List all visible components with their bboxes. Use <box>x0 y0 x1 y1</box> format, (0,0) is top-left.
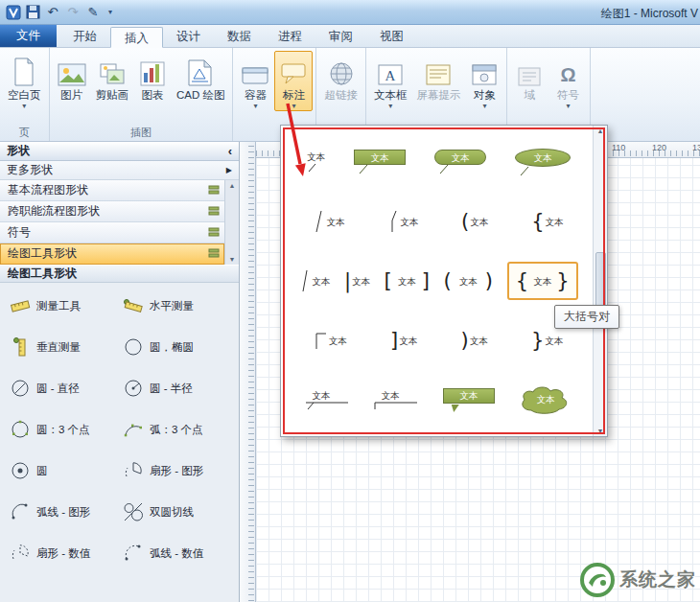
watermark-logo-icon <box>579 562 616 598</box>
shapes-panel-title: 形状 <box>7 143 30 159</box>
shape-circle-diameter[interactable]: 圆 - 直径 <box>10 377 123 400</box>
gallery-item-bracket-underline-callout[interactable]: 文本 <box>373 390 419 410</box>
ruler-label: 130 <box>692 143 700 152</box>
blank-page-button[interactable]: 空白页 ▾ <box>3 51 46 111</box>
gallery-item-line-callout[interactable]: 文本 <box>299 268 330 293</box>
tab-review[interactable]: 审阅 <box>315 26 366 47</box>
hyperlink-globe-icon <box>329 54 354 88</box>
tab-process[interactable]: 进程 <box>265 26 315 47</box>
shape-circle[interactable]: 圆 <box>10 459 123 482</box>
gallery-item-slash-callout[interactable]: 文本 <box>314 209 344 234</box>
more-shapes-button[interactable]: 更多形状 ▶ <box>0 161 239 180</box>
gallery-item-bracket-pair-callout[interactable]: [ 文本 ] <box>385 270 430 291</box>
scrollbar-thumb[interactable] <box>595 252 606 310</box>
gallery-item-vbar-callout[interactable]: | 文本 <box>344 270 370 291</box>
tab-data[interactable]: 数据 <box>214 26 265 47</box>
stencil-item-symbols[interactable]: 符号 <box>0 222 224 243</box>
scroll-down-icon[interactable]: ▼ <box>597 428 604 434</box>
leader-line-icon <box>519 167 532 176</box>
leader-line-icon <box>299 268 311 293</box>
gallery-item-underline-callout[interactable]: 文本 <box>304 390 350 410</box>
hyperlink-button[interactable]: 超链接 <box>319 51 362 103</box>
pen-button[interactable]: ✎ <box>85 5 101 20</box>
ruler-label: 110 <box>612 143 625 152</box>
tab-file[interactable]: 文件 <box>0 24 57 47</box>
leader-line-icon <box>373 401 419 410</box>
visio-window: ↶ ↷ ✎ ▾ 绘图1 - Microsoft V 文件 开始 插入 设计 数据… <box>0 0 700 602</box>
shape-double-circle-tangent[interactable]: 双圆切线 <box>123 500 237 523</box>
shape-circle-3-points[interactable]: 圆：3 个点 <box>10 418 123 441</box>
shape-arc-value[interactable]: 弧线 - 数值 <box>123 542 237 565</box>
qat-menu-button[interactable]: ▾ <box>105 5 115 20</box>
callout-button[interactable]: 标注 ▾ <box>274 51 313 111</box>
stencil-list: 基本流程图形状 跨职能流程图形状 符号 绘图工具形状 ▲ ▼ <box>0 180 239 265</box>
leader-line-icon <box>315 328 328 353</box>
shape-circle-ellipse[interactable]: 圆，椭圆 <box>123 336 237 359</box>
quick-access-toolbar: ↶ ↷ ✎ ▾ <box>6 5 115 20</box>
caret-down-icon: ▾ <box>292 102 295 110</box>
omega-icon: Ω <box>560 54 575 88</box>
tab-design[interactable]: 设计 <box>163 26 214 47</box>
close-paren-icon: ) <box>485 270 493 291</box>
stencil-scrollbar[interactable]: ▲ ▼ <box>224 180 239 265</box>
textbox-button[interactable]: A 文本框 ▾ <box>369 51 412 111</box>
gallery-item-brace-pair-callout[interactable]: { 文本 } <box>507 262 578 300</box>
redo-button[interactable]: ↷ <box>65 5 81 20</box>
callout-gallery-popup: 文本 文本 文本 文本 文本 <box>280 125 608 437</box>
stencil-item-crossfunctional[interactable]: 跨职能流程图形状 <box>0 201 224 222</box>
caret-down-icon: ▾ <box>482 102 486 110</box>
undo-button[interactable]: ↶ <box>45 5 60 20</box>
tab-home[interactable]: 开始 <box>59 26 110 47</box>
container-button[interactable]: 容器 ▾ <box>236 51 274 111</box>
shape-sector-graphic[interactable]: 扇形 - 图形 <box>123 459 237 482</box>
shape-horizontal-measure[interactable]: 水平测量 <box>123 294 237 317</box>
picture-button[interactable]: 图片 <box>53 51 91 103</box>
scroll-up-icon[interactable]: ▲ <box>229 182 236 189</box>
gallery-item-cloud-callout[interactable]: 文本 <box>518 384 573 415</box>
gallery-item-open-brace-callout[interactable]: { 文本 <box>531 211 563 232</box>
screentip-button[interactable]: 屏幕提示 <box>411 51 465 103</box>
tab-insert[interactable]: 插入 <box>110 27 163 48</box>
scroll-down-icon[interactable]: ▼ <box>229 256 236 263</box>
cad-drawing-button[interactable]: CAD 绘图 <box>172 51 229 103</box>
gallery-item-ellipse-callout[interactable]: 文本 <box>515 149 571 176</box>
shape-measure-tool[interactable]: 测量工具 <box>10 294 123 317</box>
stencil-item-basic-flowchart[interactable]: 基本流程图形状 <box>0 180 224 201</box>
gallery-item-text-callout[interactable]: 文本 <box>307 151 325 174</box>
gallery-item-close-bracket-callout[interactable]: ] 文本 <box>390 330 417 351</box>
shape-arc-3-points[interactable]: 弧：3 个点 <box>123 418 237 441</box>
field-button[interactable]: 域 <box>510 51 548 103</box>
gallery-item-close-paren-callout[interactable]: ) 文本 <box>460 330 487 351</box>
close-brace-icon: } <box>556 270 569 291</box>
arc-value-icon <box>123 543 144 564</box>
app-icon[interactable] <box>6 5 21 20</box>
tab-view[interactable]: 视图 <box>366 26 417 47</box>
measure-tool-icon <box>10 295 31 316</box>
shape-vertical-measure[interactable]: 垂直测量 <box>10 336 123 359</box>
save-button[interactable] <box>26 5 40 19</box>
gallery-item-speech-bubble-callout[interactable]: 文本 <box>443 388 495 412</box>
close-bracket-icon: ] <box>422 270 430 291</box>
gallery-item-rect-callout[interactable]: 文本 <box>354 150 406 174</box>
gallery-item-corner-line-callout[interactable]: 文本 <box>315 328 347 353</box>
leader-line-icon <box>304 401 350 410</box>
chart-button[interactable]: 图表 <box>133 51 172 103</box>
screentip-icon <box>426 54 451 88</box>
collapse-panel-button[interactable]: ‹ <box>228 145 232 157</box>
object-button[interactable]: 对象 ▾ <box>465 51 503 111</box>
gallery-item-rounded-rect-callout[interactable]: 文本 <box>434 150 486 174</box>
gallery-scrollbar[interactable]: ▲ ▼ <box>593 126 607 436</box>
stencil-icon <box>208 184 220 198</box>
shape-sector-value[interactable]: 扇形 - 数值 <box>10 542 123 565</box>
shape-arc-graphic[interactable]: 弧线 - 图形 <box>10 500 123 523</box>
gallery-item-close-brace-callout[interactable]: } 文本 <box>531 330 563 351</box>
gallery-item-bent-line-callout[interactable]: 文本 <box>387 209 418 234</box>
object-icon <box>472 54 497 88</box>
gallery-item-paren-pair-callout[interactable]: ( 文本 ) <box>444 270 493 291</box>
shape-circle-radius[interactable]: 圆 - 半径 <box>123 377 237 400</box>
symbol-button[interactable]: Ω 符号 ▾ <box>548 51 587 111</box>
clipart-button[interactable]: 剪贴画 <box>91 51 134 103</box>
gallery-item-open-paren-callout[interactable]: ( 文本 <box>461 211 488 232</box>
stencil-item-drawing-tools[interactable]: 绘图工具形状 <box>0 243 224 265</box>
scroll-up-icon[interactable]: ▲ <box>597 127 604 134</box>
